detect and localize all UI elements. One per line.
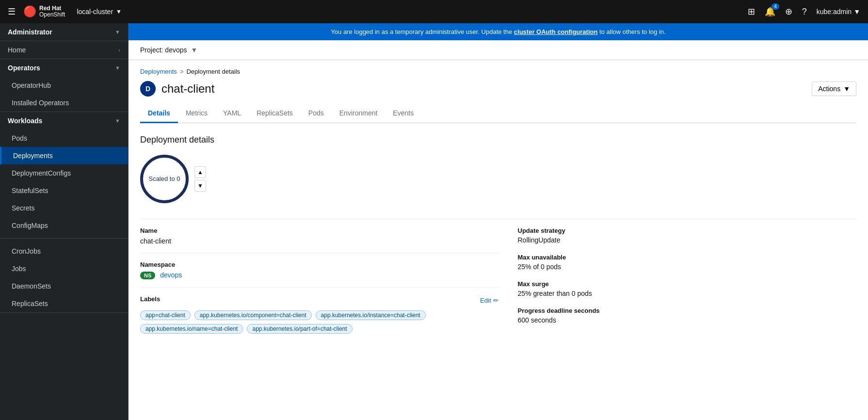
notification-bell-icon[interactable]: 🔔 4 — [765, 6, 775, 17]
sidebar: Administrator ▼ Home › Operators ▼ Opera… — [0, 23, 129, 420]
sidebar-item-deployments[interactable]: Deployments — [0, 147, 128, 164]
tab-pods[interactable]: Pods — [301, 104, 332, 123]
replica-increase-button[interactable]: ▲ — [194, 166, 206, 178]
tab-yaml[interactable]: YAML — [215, 104, 249, 123]
page-title: chat-client — [161, 82, 214, 96]
sidebar-item-operators[interactable]: Operators ▼ — [0, 59, 128, 77]
redhat-hat-icon: 🔴 — [23, 5, 36, 18]
sidebar-item-jobs[interactable]: Jobs — [0, 260, 128, 277]
labels-header: Labels Edit ✏ — [140, 295, 498, 306]
workloads-chevron-icon: ▼ — [115, 118, 120, 124]
namespace-link[interactable]: devops — [160, 271, 182, 279]
tab-environment[interactable]: Environment — [332, 104, 386, 123]
banner-text: You are logged in as a temporary adminis… — [331, 28, 514, 35]
tab-replicasets[interactable]: ReplicaSets — [249, 104, 301, 123]
breadcrumb-parent[interactable]: Deployments — [140, 68, 177, 75]
sidebar-daemonsets-label: DaemonSets — [12, 282, 51, 290]
page-title-area: D chat-client — [140, 81, 214, 97]
label-tag-0: app=chat-client — [140, 310, 191, 320]
label-tag-2: app.kubernetes.io/instance=chat-client — [316, 310, 426, 320]
page-content: Deployments > Deployment details D chat-… — [129, 60, 868, 349]
sidebar-item-replicasets[interactable]: ReplicaSets — [0, 295, 128, 312]
label-tag-4: app.kubernetes.io/part-of=chat-client — [247, 324, 352, 334]
help-icon[interactable]: ? — [802, 7, 807, 17]
tab-details[interactable]: Details — [140, 104, 178, 123]
sidebar-admin-section: Administrator ▼ — [0, 23, 128, 41]
edit-pencil-icon: ✏ — [493, 297, 498, 304]
add-icon[interactable]: ⊕ — [785, 6, 792, 17]
deployment-type-icon: D — [140, 81, 156, 97]
section-title: Deployment details — [140, 135, 856, 145]
user-menu[interactable]: kube:admin ▼ — [817, 8, 860, 16]
sidebar-deploymentconfigs-label: DeploymentConfigs — [12, 169, 71, 177]
replica-area: Scaled to 0 ▲ ▼ — [140, 155, 856, 203]
username: kube:admin — [817, 8, 852, 16]
sidebar-item-workloads[interactable]: Workloads ▼ — [0, 112, 128, 129]
project-dropdown-icon[interactable]: ▼ — [191, 46, 198, 54]
tab-metrics[interactable]: Metrics — [178, 104, 215, 123]
sidebar-home-section: Home › — [0, 41, 128, 59]
sidebar-item-secrets[interactable]: Secrets — [0, 199, 128, 217]
replica-circle: Scaled to 0 — [140, 155, 189, 203]
left-details: Name chat-client Namespace NS devops — [140, 219, 498, 341]
name-label: Name — [140, 227, 498, 234]
breadcrumb-current: Deployment details — [186, 68, 240, 75]
sidebar-workloads-section: Workloads ▼ Pods Deployments DeploymentC… — [0, 112, 128, 313]
label-tag-1: app.kubernetes.io/component=chat-client — [194, 310, 312, 320]
max-unavailable-label: Max unavailable — [518, 254, 857, 261]
grid-icon[interactable]: ⊞ — [748, 6, 755, 17]
home-chevron-icon: › — [118, 47, 120, 53]
detail-tabs: Details Metrics YAML ReplicaSets Pods En… — [140, 104, 856, 123]
sidebar-home-label: Home — [8, 46, 26, 54]
max-surge-section: Max surge 25% greater than 0 pods — [518, 280, 857, 297]
sidebar-operatorhub-label: OperatorHub — [12, 81, 51, 89]
actions-button[interactable]: Actions ▼ — [812, 81, 856, 96]
sidebar-item-installed-operators[interactable]: Installed Operators — [0, 94, 128, 112]
label-tags: app=chat-client app.kubernetes.io/compon… — [140, 310, 498, 334]
operators-chevron-icon: ▼ — [115, 65, 120, 71]
sidebar-admin-label: Administrator — [8, 28, 52, 36]
user-dropdown-icon: ▼ — [853, 8, 860, 16]
sidebar-pods-label: Pods — [12, 134, 27, 142]
tab-events[interactable]: Events — [385, 104, 421, 123]
hamburger-menu[interactable]: ☰ — [8, 6, 16, 17]
namespace-section: Namespace NS devops — [140, 253, 498, 287]
sidebar-item-configmaps[interactable]: ConfigMaps — [0, 217, 128, 234]
sidebar-item-statefulsets[interactable]: StatefulSets — [0, 182, 128, 199]
sidebar-installed-operators-label: Installed Operators — [12, 99, 69, 107]
sidebar-item-cronjobs[interactable]: CronJobs — [0, 242, 128, 260]
sidebar-item-deploymentconfigs[interactable]: DeploymentConfigs — [0, 164, 128, 182]
update-strategy-value: RollingUpdate — [518, 236, 857, 244]
progress-deadline-label: Progress deadline seconds — [518, 307, 857, 314]
labels-label: Labels — [140, 295, 160, 303]
navbar-icons: ⊞ 🔔 4 ⊕ ? kube:admin ▼ — [748, 6, 860, 17]
sidebar-item-home[interactable]: Home › — [0, 41, 128, 59]
replica-decrease-button[interactable]: ▼ — [194, 180, 206, 192]
actions-label: Actions — [818, 85, 840, 93]
name-section: Name chat-client — [140, 219, 498, 253]
name-value: chat-client — [140, 237, 498, 245]
redhat-logo: 🔴 Red Hat OpenShift — [23, 5, 65, 18]
sidebar-item-pods[interactable]: Pods — [0, 129, 128, 147]
sidebar-item-operatorhub[interactable]: OperatorHub — [0, 77, 128, 94]
progress-deadline-value: 600 seconds — [518, 316, 857, 324]
project-bar: Project: devops ▼ — [129, 40, 868, 60]
sidebar-admin[interactable]: Administrator ▼ — [0, 23, 128, 41]
admin-chevron-icon: ▼ — [115, 29, 120, 35]
breadcrumb-separator: > — [180, 68, 184, 75]
max-unavailable-value: 25% of 0 pods — [518, 263, 857, 271]
labels-edit-link[interactable]: Edit ✏ — [480, 297, 498, 304]
labels-section: Labels Edit ✏ app=chat-client app.kubern… — [140, 287, 498, 341]
page-header: D chat-client Actions ▼ — [140, 81, 856, 97]
cluster-selector[interactable]: local-cluster ▼ — [77, 8, 122, 16]
sidebar-item-daemonsets[interactable]: DaemonSets — [0, 277, 128, 295]
max-surge-value: 25% greater than 0 pods — [518, 290, 857, 297]
replica-count-text: Scaled to 0 — [148, 175, 180, 183]
banner-oauth-link[interactable]: cluster OAuth configuration — [514, 28, 598, 35]
sidebar-operators-section: Operators ▼ OperatorHub Installed Operat… — [0, 59, 128, 112]
sidebar-operators-label: Operators — [8, 64, 40, 72]
details-grid: Name chat-client Namespace NS devops — [140, 219, 856, 341]
label-tag-3: app.kubernetes.io/name=chat-client — [140, 324, 243, 334]
sidebar-secrets-label: Secrets — [12, 204, 34, 212]
notification-badge: 4 — [772, 3, 779, 10]
